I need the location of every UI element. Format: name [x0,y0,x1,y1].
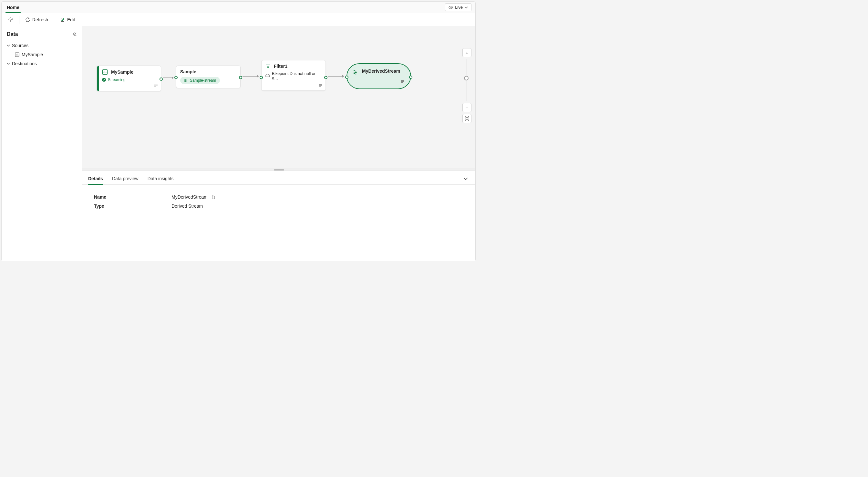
node-mysample[interactable]: MySample Streaming [97,65,161,91]
node-status: Streaming [108,78,126,82]
settings-button[interactable] [5,16,17,24]
zoom-slider-thumb[interactable] [464,76,469,81]
eye-icon [448,5,453,10]
input-port[interactable] [175,76,178,79]
svg-point-1 [10,19,11,20]
details-panel: Details Data preview Data insights Name … [82,171,475,261]
tab-strip: Home Live [2,2,475,13]
node-title: Sample [180,69,196,74]
collapse-panel-button[interactable] [463,176,468,183]
chevron-down-icon [7,62,10,65]
node-filter[interactable]: Filter1 BikepointID is not null or e… [261,60,326,91]
separator [54,16,54,24]
stream-chip[interactable]: Sample-stream [180,77,220,84]
chart-icon [102,69,108,75]
live-mode-button[interactable]: Live [445,3,471,11]
splitter-handle [274,169,284,171]
tab-data-preview[interactable]: Data preview [112,174,138,184]
svg-rect-6 [466,118,468,120]
chevron-down-icon [465,6,468,9]
edit-label: Edit [67,17,75,22]
zoom-out-button[interactable]: − [462,103,471,112]
stream-icon [353,69,359,75]
filter-condition: BikepointID is not null or e… [272,71,321,81]
node-menu-icon[interactable] [318,83,323,88]
tree-item-mysample[interactable]: MySample [4,50,80,59]
zoom-in-button[interactable]: + [462,48,471,57]
tab-home[interactable]: Home [5,2,21,12]
gear-icon [8,17,13,22]
detail-name-value: MyDerivedStream [172,195,208,200]
filter-icon [266,64,271,69]
output-port[interactable] [324,76,328,79]
input-port[interactable] [345,76,348,79]
node-menu-icon[interactable] [400,79,405,85]
data-sidebar: Data Sources MySample Destinations [2,26,82,261]
sidebar-title: Data [7,31,18,37]
svg-point-0 [450,7,452,8]
collapse-sidebar-icon[interactable] [72,32,77,36]
output-port[interactable] [239,76,242,79]
fit-view-button[interactable] [462,114,471,123]
node-title: MyDerivedStream [362,68,400,73]
canvas-controls: + − [462,48,471,123]
flow-canvas[interactable]: MySample Streaming Sample [82,26,475,169]
output-port[interactable] [409,76,412,79]
detail-type-label: Type [94,204,172,209]
edit-icon [60,17,65,22]
refresh-label: Refresh [32,17,48,22]
stream-icon [184,79,188,82]
refresh-button[interactable]: Refresh [22,16,51,24]
zoom-slider[interactable] [467,59,467,101]
node-title: Filter1 [274,64,287,69]
toolbar: Refresh Edit [2,13,475,26]
svg-rect-5 [266,75,270,77]
sources-label: Sources [12,43,28,48]
tab-details[interactable]: Details [88,174,103,184]
node-menu-icon[interactable] [154,84,158,89]
chevron-down-icon [7,44,10,47]
check-circle-icon [102,78,106,82]
node-derived-stream[interactable]: MyDerivedStream [346,63,411,89]
chevron-down-icon [463,176,468,181]
separator [81,16,81,24]
refresh-icon [25,17,30,22]
copy-icon[interactable] [211,195,215,199]
input-port[interactable] [259,76,263,79]
live-label: Live [455,5,463,10]
destinations-label: Destinations [12,61,37,66]
connector [328,76,344,77]
connector [243,76,259,77]
svg-rect-7 [212,196,215,199]
detail-name-label: Name [94,195,172,200]
node-sample[interactable]: Sample Sample-stream [176,65,241,88]
source-item-label: MySample [22,52,43,57]
fit-icon [465,116,469,121]
node-accent [97,66,99,91]
edit-button[interactable]: Edit [57,16,78,24]
node-title: MySample [111,69,133,74]
condition-icon [266,73,270,78]
tree-destinations[interactable]: Destinations [4,59,80,68]
tree-sources[interactable]: Sources [4,41,80,50]
tab-data-insights[interactable]: Data insights [148,174,174,184]
connector [163,78,174,78]
output-port[interactable] [159,78,163,81]
chip-label: Sample-stream [190,78,216,83]
data-icon [14,52,20,57]
detail-type-value: Derived Stream [172,204,203,209]
separator [19,16,20,24]
